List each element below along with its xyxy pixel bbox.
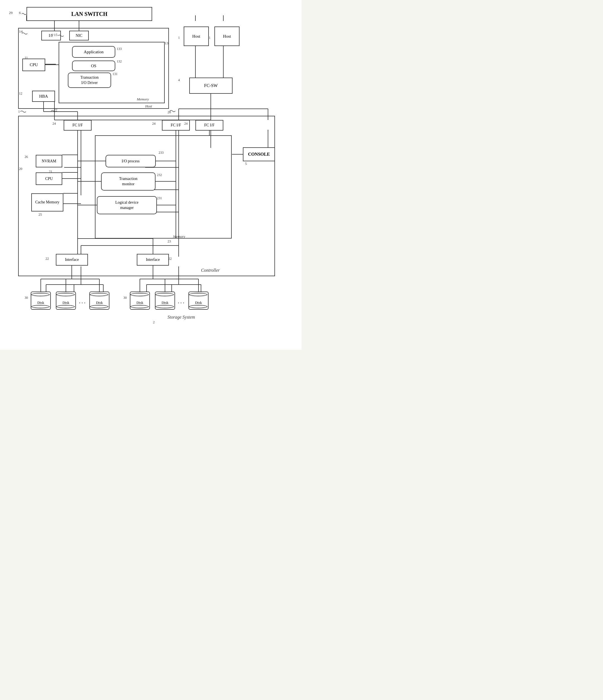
ref-30a: 30 [25,296,28,300]
ref-14: 14 [19,29,23,34]
ref-21: 21 [49,170,52,174]
disk4-container: Disk [130,292,150,310]
disk3-container: Disk [89,292,110,310]
ref-29: 29 [9,10,13,15]
disk1-container: Disk [31,292,51,310]
disk-dots-1: ··· [79,300,87,306]
transaction-io-driver-label: Transaction I/O Driver [80,75,99,85]
disk2-label: Disk [63,300,70,305]
disk2-box: Disk [56,292,76,310]
cpu-host-box: CPU [22,58,45,71]
ref-24b: 24 [152,122,155,126]
ref-24c: 24 [184,122,188,126]
hba-box: HBA [32,91,55,102]
ref-15: 15 [54,33,57,37]
disk1-label: Disk [38,300,44,305]
logical-device-manager-box: Logical device manager [97,196,157,214]
disk3-label: Disk [96,300,103,305]
nvram-label: NVRAM [42,159,56,164]
disk1-box: Disk [31,292,51,310]
console-label: CONSOLE [248,152,270,157]
ref-6: 6 [19,10,21,15]
ref-22b: 22 [168,257,172,261]
application-label: Application [84,50,103,54]
ref-132: 132 [117,59,122,64]
fc-if1-label: FC I/F [73,123,83,127]
ref-4: 4 [178,78,180,82]
transaction-io-driver-box: Transaction I/O Driver [68,73,111,88]
disk2-container: Disk [56,292,76,310]
nic-box: NIC [69,31,89,41]
transaction-monitor-box: Transaction monitor [101,172,155,191]
ref-231: 231 [157,196,162,200]
cpu-controller-label: CPU [45,177,53,181]
controller-label: Controller [201,268,220,273]
ref-27: 27 [54,108,57,112]
cache-memory-label: Cache Memory [35,200,59,205]
cpu-controller-box: CPU [36,172,62,185]
logical-device-manager-label: Logical device manager [115,200,139,210]
transaction-monitor-label: Transaction monitor [119,176,138,186]
host-label: Host [145,104,152,108]
interface1-box: Interface [56,254,88,266]
fc-if2-label: FC I/F [171,123,181,127]
disk5-container: Disk [155,292,175,310]
interface2-label: Interface [146,257,160,262]
ref-232: 232 [157,173,162,177]
host2-box: Host [214,26,240,46]
host2-label: Host [223,34,231,39]
ref-131: 131 [113,72,118,76]
memory-host-label: Memory [137,97,149,102]
interface1-label: Interface [65,257,79,262]
if-box: I/F [41,31,61,41]
fc-if1-box: FC I/F [64,120,92,130]
os-label: OS [91,64,96,68]
ref-13: 13 [165,41,168,46]
fc-sw-box: FC-SW [189,78,233,94]
io-process-box: I/O process [105,155,156,167]
ref-24a: 24 [52,122,56,126]
disk4-label: Disk [137,300,144,305]
ref-2: 2 [153,320,155,324]
nvram-box: NVRAM [36,155,62,167]
disk4-box: Disk [130,292,150,310]
console-box: CONSOLE [243,147,275,161]
ref-30b: 30 [123,296,127,300]
lan-switch-label: LAN SWITCH [71,11,107,17]
disk5-box: Disk [155,292,175,310]
cache-memory-box: Cache Memory [31,193,63,211]
disk-dots-2: ··· [178,300,185,306]
ref-1-host2: 1 [209,36,211,40]
if-label: I/F [49,33,53,38]
ref-11: 11 [25,56,28,60]
fc-if3-label: FC I/F [204,123,215,127]
interface2-box: Interface [137,254,169,266]
fc-sw-label: FC-SW [204,83,218,88]
host1-box: Host [184,26,209,46]
ref-1-host: 1 [18,110,20,114]
disk5-label: Disk [162,300,169,305]
io-process-label: I/O process [122,159,140,164]
os-box: OS [72,60,115,71]
fc-if3-box: FC I/F [195,120,223,130]
ref-133: 133 [117,47,122,51]
cpu-host-label: CPU [30,62,38,67]
ref-20: 20 [19,167,22,171]
disk6-label: Disk [195,300,202,305]
storage-system-label: Storage System [168,315,195,320]
application-box: Application [72,46,115,58]
disk6-container: Disk [189,292,209,310]
ref-26: 26 [25,155,28,159]
ref-5: 5 [245,162,247,166]
ref-23: 23 [168,240,171,244]
disk3-box: Disk [89,292,110,310]
diagram: LAN SWITCH 29 6 14 I/F NIC 15 13 Applica… [0,0,302,350]
nic-label: NIC [76,33,82,38]
ref-1-host1: 1 [178,36,180,40]
host1-label: Host [192,34,200,39]
hba-label: HBA [39,94,48,99]
ref-22a: 22 [46,257,49,261]
memory-ctrl-label: Memory [173,234,185,239]
ref-233: 233 [159,151,164,155]
ref-12: 12 [19,92,22,96]
